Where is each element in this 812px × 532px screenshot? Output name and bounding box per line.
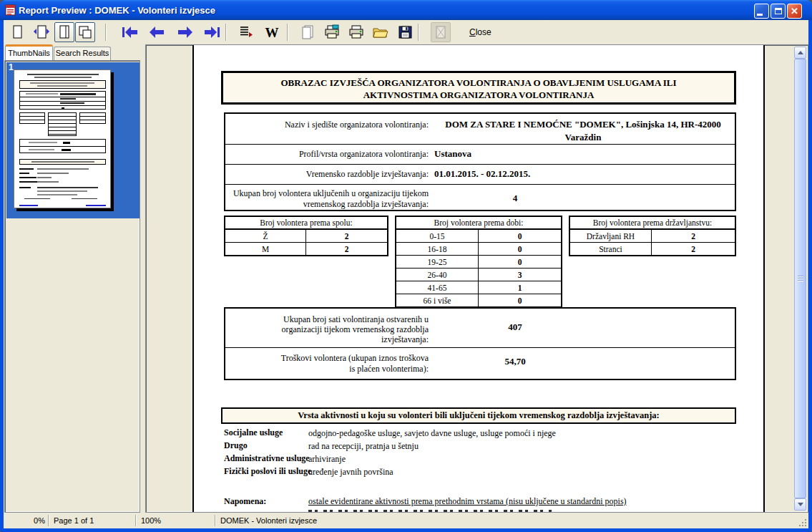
thumb-line <box>37 177 52 178</box>
print-button[interactable] <box>346 22 366 42</box>
status-divider <box>215 515 216 526</box>
printer-setup-button[interactable] <box>322 22 342 42</box>
toolbar-separator <box>105 24 107 41</box>
stat-value: 0 <box>479 294 561 306</box>
status-report-name: DOMEK - Volonteri izvjesce <box>220 516 317 525</box>
whole-page-button[interactable] <box>7 22 27 42</box>
minimize-icon <box>757 14 763 16</box>
info-label: Profil/vrsta organizatora volontiranja: <box>228 149 429 160</box>
status-progress: 0% <box>16 516 45 525</box>
thumb-title-box <box>19 80 106 89</box>
total-label: Troškovi volontera (ukupan iznos troškov… <box>275 353 429 374</box>
single-page-view-button[interactable] <box>54 22 74 42</box>
stat-value: 2 <box>306 230 387 242</box>
info-value: DOM ZA STARE I NEMOĆNE "DOMEK", Lošinjsk… <box>433 118 733 144</box>
activity-label: Drugo <box>224 440 248 451</box>
preview-panel: OBRAZAC IZVJEŠĆA ORGANIZATORA VOLONTIRAN… <box>145 44 808 513</box>
info-label: Naziv i sjedište organizatora volontiran… <box>228 120 429 130</box>
form-title: OBRAZAC IZVJEŠĆA ORGANIZATORA VOLONTIRAN… <box>280 77 676 100</box>
thumbnails-panel: 1 <box>4 60 140 513</box>
thumb-line <box>19 177 36 178</box>
info-value: 4 <box>433 193 597 204</box>
scroll-up-button[interactable] <box>794 47 806 59</box>
save-button[interactable] <box>395 22 415 42</box>
info-label: Vremensko razdoblje izvještavanja: <box>228 169 429 180</box>
report-icon <box>5 4 16 16</box>
stat-label: 66 i više <box>396 294 479 306</box>
prev-page-button[interactable] <box>147 22 167 42</box>
resize-grip[interactable] <box>798 518 807 527</box>
page-thumbnail[interactable] <box>14 69 111 208</box>
titlebar[interactable]: Report Preview : DOMEK - Volonteri izvje… <box>0 0 812 20</box>
tab-thumbnails[interactable]: ThumbNails <box>5 44 53 60</box>
close-window-button[interactable]: ✕ <box>787 4 802 19</box>
stat-value: 2 <box>652 243 735 255</box>
close-label: C <box>469 27 476 37</box>
activity-value: uređenje javnih površina <box>308 467 393 478</box>
thumb-signature-left <box>24 198 50 199</box>
stat-value: 2 <box>652 230 735 242</box>
toolbar-separator <box>287 24 288 41</box>
page-setup-icon <box>300 24 315 40</box>
thumb-line <box>19 187 31 188</box>
thumbnail-selection-area[interactable]: 1 <box>6 62 140 218</box>
scroll-down-button[interactable] <box>794 498 806 511</box>
activity-label: Socijalne usluge <box>224 427 283 438</box>
activity-label: Fizički poslovi ili usluge <box>224 466 311 477</box>
total-value: 407 <box>433 321 597 333</box>
stat-label: Stranci <box>570 243 652 255</box>
tab-thumbnails-label: ThumbNails <box>8 49 50 57</box>
next-page-icon <box>176 26 193 39</box>
prev-page-icon <box>149 26 166 39</box>
scrollbar-thumb[interactable] <box>794 59 806 498</box>
multi-page-view-button[interactable] <box>75 22 95 42</box>
close-button[interactable]: Close <box>469 27 491 37</box>
thumb-line <box>19 168 34 170</box>
thumb-info-table <box>19 91 106 110</box>
first-page-icon <box>121 26 140 39</box>
activity-value: rad na recepciji, pratnja u šetnju <box>308 441 419 452</box>
stat-label: 16-18 <box>396 243 479 255</box>
last-page-button[interactable] <box>202 22 222 42</box>
total-label: Ukupan broj sati volontiranja ostvarenih… <box>254 314 429 344</box>
close-icon: ✕ <box>791 6 798 16</box>
toolbar-separator <box>225 24 227 41</box>
save-icon <box>397 24 413 40</box>
gender-table: Broj volontera prema spolu: Ž2 M2 <box>224 216 388 256</box>
thumb-line <box>34 77 92 78</box>
stat-label: 41-65 <box>396 281 479 294</box>
stat-label: 26-40 <box>396 269 479 281</box>
minimize-button[interactable] <box>754 4 769 19</box>
open-button[interactable] <box>371 22 391 42</box>
activity-label: Administrativne usluge <box>224 453 310 464</box>
thumb-gender-table <box>19 112 45 124</box>
next-page-button[interactable] <box>175 22 195 42</box>
vertical-scrollbar[interactable] <box>794 47 806 511</box>
email-disabled-icon <box>435 26 446 39</box>
chevron-up-icon <box>798 51 803 54</box>
gender-header: Broj volontera prema spolu: <box>225 217 387 229</box>
thumb-footer-link-left <box>19 205 38 206</box>
stat-label: Ž <box>225 230 306 242</box>
page-setup-button[interactable] <box>298 22 318 42</box>
info-value: Ustanova <box>434 148 471 160</box>
activities-header: Vrsta aktivnosti u koju su volonteri bil… <box>298 410 659 420</box>
whole-page-icon <box>10 24 24 40</box>
goto-page-button[interactable] <box>236 22 256 42</box>
tab-search-results[interactable]: Search Results <box>54 47 111 60</box>
report-preview-window: Report Preview : DOMEK - Volonteri izvje… <box>0 0 812 532</box>
multi-page-icon <box>77 24 93 40</box>
thumb-activities-header <box>19 159 106 165</box>
thumb-citizenship-table <box>79 112 106 124</box>
fit-width-button[interactable] <box>31 22 52 42</box>
find-text-button[interactable]: W <box>262 22 282 42</box>
thumbnail-page-number: 1 <box>9 62 14 72</box>
first-page-button[interactable] <box>120 22 140 42</box>
info-label: Ukupan broj volontera uključenih u organ… <box>228 188 429 210</box>
chevron-down-icon <box>798 503 803 506</box>
find-text-icon: W <box>265 26 279 39</box>
citizenship-table: Broj volontera prema državljanstvu: Drža… <box>569 216 736 256</box>
activities-header-box: Vrsta aktivnosti u koju su volonteri bil… <box>221 407 736 424</box>
maximize-button[interactable] <box>771 4 786 19</box>
printer-setup-icon <box>323 24 341 40</box>
